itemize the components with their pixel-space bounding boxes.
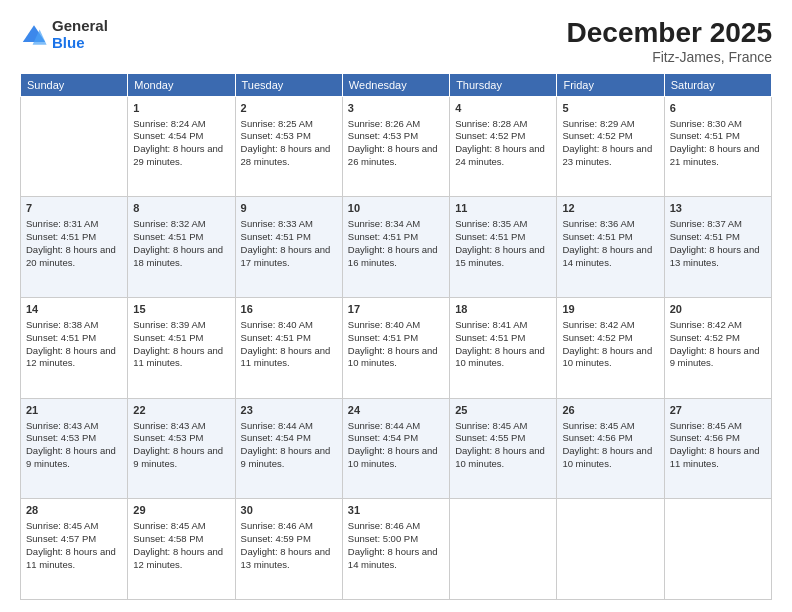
table-row: 4Sunrise: 8:28 AMSunset: 4:52 PMDaylight… <box>450 96 557 197</box>
cell-info: Sunrise: 8:45 AMSunset: 4:57 PMDaylight:… <box>26 520 122 571</box>
table-row: 18Sunrise: 8:41 AMSunset: 4:51 PMDayligh… <box>450 298 557 399</box>
table-row <box>557 499 664 600</box>
day-number: 21 <box>26 403 122 418</box>
cell-info: Sunrise: 8:34 AMSunset: 4:51 PMDaylight:… <box>348 218 444 269</box>
header-row: Sunday Monday Tuesday Wednesday Thursday… <box>21 73 772 96</box>
logo-text: General Blue <box>52 18 108 51</box>
table-row: 16Sunrise: 8:40 AMSunset: 4:51 PMDayligh… <box>235 298 342 399</box>
day-number: 14 <box>26 302 122 317</box>
table-row: 24Sunrise: 8:44 AMSunset: 4:54 PMDayligh… <box>342 398 449 499</box>
cell-info: Sunrise: 8:45 AMSunset: 4:56 PMDaylight:… <box>562 420 658 471</box>
table-row: 23Sunrise: 8:44 AMSunset: 4:54 PMDayligh… <box>235 398 342 499</box>
table-row: 17Sunrise: 8:40 AMSunset: 4:51 PMDayligh… <box>342 298 449 399</box>
day-number: 16 <box>241 302 337 317</box>
table-row: 27Sunrise: 8:45 AMSunset: 4:56 PMDayligh… <box>664 398 771 499</box>
table-row: 22Sunrise: 8:43 AMSunset: 4:53 PMDayligh… <box>128 398 235 499</box>
day-number: 31 <box>348 503 444 518</box>
week-row-4: 28Sunrise: 8:45 AMSunset: 4:57 PMDayligh… <box>21 499 772 600</box>
day-number: 10 <box>348 201 444 216</box>
day-number: 28 <box>26 503 122 518</box>
table-row: 5Sunrise: 8:29 AMSunset: 4:52 PMDaylight… <box>557 96 664 197</box>
logo-icon <box>20 21 48 49</box>
cell-info: Sunrise: 8:36 AMSunset: 4:51 PMDaylight:… <box>562 218 658 269</box>
day-number: 5 <box>562 101 658 116</box>
cell-info: Sunrise: 8:40 AMSunset: 4:51 PMDaylight:… <box>348 319 444 370</box>
table-row: 6Sunrise: 8:30 AMSunset: 4:51 PMDaylight… <box>664 96 771 197</box>
cell-info: Sunrise: 8:31 AMSunset: 4:51 PMDaylight:… <box>26 218 122 269</box>
table-row: 21Sunrise: 8:43 AMSunset: 4:53 PMDayligh… <box>21 398 128 499</box>
table-row: 15Sunrise: 8:39 AMSunset: 4:51 PMDayligh… <box>128 298 235 399</box>
day-number: 8 <box>133 201 229 216</box>
day-number: 6 <box>670 101 766 116</box>
week-row-3: 21Sunrise: 8:43 AMSunset: 4:53 PMDayligh… <box>21 398 772 499</box>
cell-info: Sunrise: 8:25 AMSunset: 4:53 PMDaylight:… <box>241 118 337 169</box>
col-thursday: Thursday <box>450 73 557 96</box>
page: General Blue December 2025 Fitz-James, F… <box>0 0 792 612</box>
day-number: 9 <box>241 201 337 216</box>
cell-info: Sunrise: 8:40 AMSunset: 4:51 PMDaylight:… <box>241 319 337 370</box>
cell-info: Sunrise: 8:46 AMSunset: 4:59 PMDaylight:… <box>241 520 337 571</box>
table-row: 3Sunrise: 8:26 AMSunset: 4:53 PMDaylight… <box>342 96 449 197</box>
day-number: 15 <box>133 302 229 317</box>
logo-blue: Blue <box>52 35 108 52</box>
table-row: 1Sunrise: 8:24 AMSunset: 4:54 PMDaylight… <box>128 96 235 197</box>
cell-info: Sunrise: 8:30 AMSunset: 4:51 PMDaylight:… <box>670 118 766 169</box>
table-row <box>21 96 128 197</box>
col-wednesday: Wednesday <box>342 73 449 96</box>
cell-info: Sunrise: 8:43 AMSunset: 4:53 PMDaylight:… <box>133 420 229 471</box>
col-saturday: Saturday <box>664 73 771 96</box>
day-number: 3 <box>348 101 444 116</box>
table-row <box>450 499 557 600</box>
cell-info: Sunrise: 8:24 AMSunset: 4:54 PMDaylight:… <box>133 118 229 169</box>
cell-info: Sunrise: 8:28 AMSunset: 4:52 PMDaylight:… <box>455 118 551 169</box>
table-row: 11Sunrise: 8:35 AMSunset: 4:51 PMDayligh… <box>450 197 557 298</box>
day-number: 26 <box>562 403 658 418</box>
day-number: 1 <box>133 101 229 116</box>
day-number: 11 <box>455 201 551 216</box>
col-tuesday: Tuesday <box>235 73 342 96</box>
cell-info: Sunrise: 8:37 AMSunset: 4:51 PMDaylight:… <box>670 218 766 269</box>
day-number: 24 <box>348 403 444 418</box>
cell-info: Sunrise: 8:46 AMSunset: 5:00 PMDaylight:… <box>348 520 444 571</box>
cell-info: Sunrise: 8:44 AMSunset: 4:54 PMDaylight:… <box>348 420 444 471</box>
cell-info: Sunrise: 8:32 AMSunset: 4:51 PMDaylight:… <box>133 218 229 269</box>
table-row: 13Sunrise: 8:37 AMSunset: 4:51 PMDayligh… <box>664 197 771 298</box>
col-friday: Friday <box>557 73 664 96</box>
title-location: Fitz-James, France <box>567 49 772 65</box>
day-number: 27 <box>670 403 766 418</box>
col-sunday: Sunday <box>21 73 128 96</box>
day-number: 17 <box>348 302 444 317</box>
day-number: 13 <box>670 201 766 216</box>
cell-info: Sunrise: 8:45 AMSunset: 4:56 PMDaylight:… <box>670 420 766 471</box>
table-row: 26Sunrise: 8:45 AMSunset: 4:56 PMDayligh… <box>557 398 664 499</box>
day-number: 12 <box>562 201 658 216</box>
cell-info: Sunrise: 8:35 AMSunset: 4:51 PMDaylight:… <box>455 218 551 269</box>
logo-general: General <box>52 18 108 35</box>
day-number: 20 <box>670 302 766 317</box>
cell-info: Sunrise: 8:45 AMSunset: 4:55 PMDaylight:… <box>455 420 551 471</box>
table-row: 19Sunrise: 8:42 AMSunset: 4:52 PMDayligh… <box>557 298 664 399</box>
calendar-table: Sunday Monday Tuesday Wednesday Thursday… <box>20 73 772 600</box>
cell-info: Sunrise: 8:41 AMSunset: 4:51 PMDaylight:… <box>455 319 551 370</box>
day-number: 25 <box>455 403 551 418</box>
table-row: 28Sunrise: 8:45 AMSunset: 4:57 PMDayligh… <box>21 499 128 600</box>
table-row: 2Sunrise: 8:25 AMSunset: 4:53 PMDaylight… <box>235 96 342 197</box>
week-row-0: 1Sunrise: 8:24 AMSunset: 4:54 PMDaylight… <box>21 96 772 197</box>
table-row: 9Sunrise: 8:33 AMSunset: 4:51 PMDaylight… <box>235 197 342 298</box>
cell-info: Sunrise: 8:45 AMSunset: 4:58 PMDaylight:… <box>133 520 229 571</box>
cell-info: Sunrise: 8:44 AMSunset: 4:54 PMDaylight:… <box>241 420 337 471</box>
table-row: 31Sunrise: 8:46 AMSunset: 5:00 PMDayligh… <box>342 499 449 600</box>
header: General Blue December 2025 Fitz-James, F… <box>20 18 772 65</box>
table-row: 14Sunrise: 8:38 AMSunset: 4:51 PMDayligh… <box>21 298 128 399</box>
cell-info: Sunrise: 8:42 AMSunset: 4:52 PMDaylight:… <box>670 319 766 370</box>
title-block: December 2025 Fitz-James, France <box>567 18 772 65</box>
cell-info: Sunrise: 8:38 AMSunset: 4:51 PMDaylight:… <box>26 319 122 370</box>
cell-info: Sunrise: 8:26 AMSunset: 4:53 PMDaylight:… <box>348 118 444 169</box>
cell-info: Sunrise: 8:43 AMSunset: 4:53 PMDaylight:… <box>26 420 122 471</box>
table-row: 10Sunrise: 8:34 AMSunset: 4:51 PMDayligh… <box>342 197 449 298</box>
day-number: 22 <box>133 403 229 418</box>
day-number: 4 <box>455 101 551 116</box>
cell-info: Sunrise: 8:39 AMSunset: 4:51 PMDaylight:… <box>133 319 229 370</box>
week-row-1: 7Sunrise: 8:31 AMSunset: 4:51 PMDaylight… <box>21 197 772 298</box>
col-monday: Monday <box>128 73 235 96</box>
